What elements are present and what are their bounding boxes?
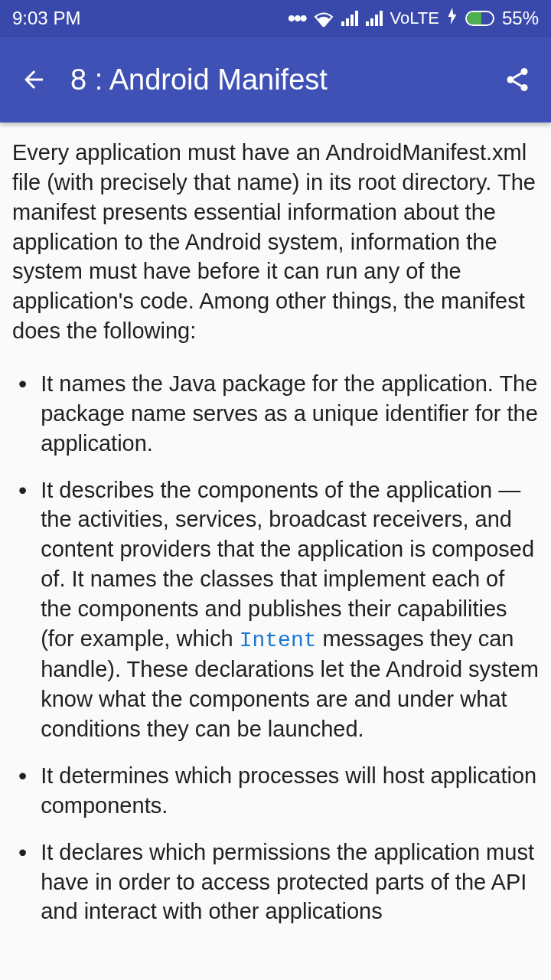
share-icon xyxy=(504,66,531,93)
bullet-text: It declares which permissions the applic… xyxy=(41,838,539,927)
app-bar: 8 : Android Manifest xyxy=(0,37,551,122)
svg-point-1 xyxy=(507,77,514,83)
back-button[interactable] xyxy=(15,61,52,98)
bullet-marker: • xyxy=(18,761,27,821)
signal-icon-2 xyxy=(366,11,383,26)
list-item: • It determines which processes will hos… xyxy=(12,761,539,821)
battery-percent: 55% xyxy=(502,8,539,29)
status-indicators: ••• VoLTE xyxy=(288,6,539,31)
svg-point-0 xyxy=(521,68,528,75)
wifi-icon xyxy=(314,10,334,27)
status-bar: 9:03 PM ••• VoLTE xyxy=(0,0,551,37)
battery-icon xyxy=(465,11,494,26)
code-inline: Intent xyxy=(240,629,317,652)
bullet-marker: • xyxy=(18,369,27,459)
share-button[interactable] xyxy=(499,61,536,98)
bullet-text: It determines which processes will host … xyxy=(41,761,539,821)
charging-icon xyxy=(447,8,458,29)
bullet-marker: • xyxy=(18,475,27,744)
status-time: 9:03 PM xyxy=(12,8,80,29)
network-label: VoLTE xyxy=(390,8,439,28)
list-item: • It declares which permissions the appl… xyxy=(12,838,539,927)
bullet-marker: • xyxy=(18,838,27,927)
list-item: • It names the Java package for the appl… xyxy=(12,369,539,459)
intro-paragraph: Every application must have an AndroidMa… xyxy=(12,138,539,346)
more-icon: ••• xyxy=(288,6,305,31)
arrow-left-icon xyxy=(20,66,47,93)
content-area[interactable]: Every application must have an AndroidMa… xyxy=(0,122,551,980)
list-item: • It describes the components of the app… xyxy=(12,475,539,744)
svg-point-2 xyxy=(521,84,528,91)
page-title: 8 : Android Manifest xyxy=(70,64,499,96)
signal-icon-1 xyxy=(341,11,358,26)
bullet-text: It describes the components of the appli… xyxy=(41,475,539,744)
bullet-text: It names the Java package for the applic… xyxy=(41,369,539,459)
bullet-list: • It names the Java package for the appl… xyxy=(12,369,539,926)
